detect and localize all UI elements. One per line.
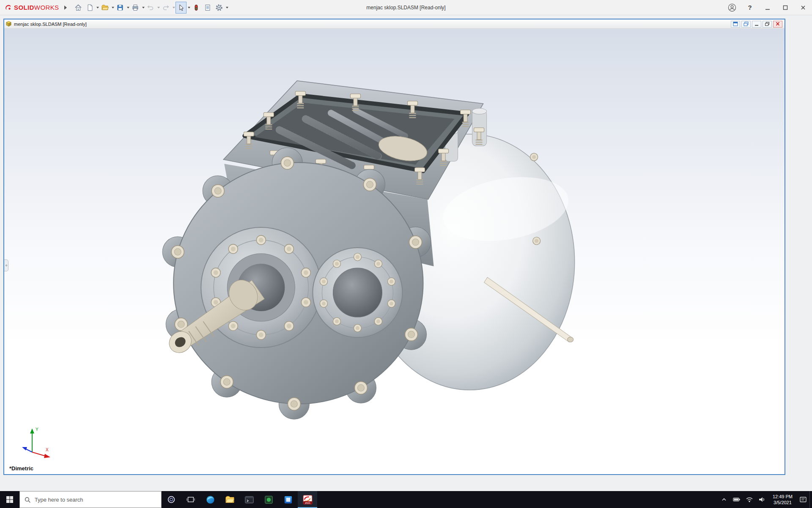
edge-button[interactable] xyxy=(200,491,220,508)
task-view-button[interactable] xyxy=(181,491,200,508)
rebuild-button[interactable] xyxy=(191,2,202,14)
triad-x-label: X xyxy=(46,447,49,452)
document-window: menjac sklop.SLDASM [Read-only] xyxy=(3,19,785,475)
options-caret-icon[interactable] xyxy=(226,7,228,8)
brand-light: WORKS xyxy=(34,4,59,11)
battery-button[interactable] xyxy=(730,491,743,508)
close-button[interactable] xyxy=(794,0,812,15)
app-green-button[interactable] xyxy=(259,491,278,508)
solidworks-version-badge: 2021 xyxy=(305,501,310,504)
orientation-triad[interactable]: Y X xyxy=(14,424,52,461)
file-properties-button[interactable] xyxy=(202,2,213,14)
file-explorer-button[interactable] xyxy=(220,491,239,508)
featuremanager-collapsed-tab[interactable] xyxy=(4,260,8,271)
notification-center-icon xyxy=(799,495,807,504)
maximize-button[interactable] xyxy=(776,0,794,15)
search-icon xyxy=(24,496,31,503)
menu-flyout-arrow-icon[interactable] xyxy=(64,6,67,10)
maximize-icon xyxy=(782,4,789,11)
titlebar-right-controls: ? xyxy=(723,0,812,15)
desktop: SOLIDWORKS xyxy=(0,0,812,508)
cortana-icon xyxy=(167,495,176,504)
tray-expand-button[interactable] xyxy=(718,491,730,508)
document-title: menjac sklop.SLDASM [Read-only] xyxy=(14,22,87,27)
select-cursor-icon xyxy=(177,4,185,11)
doc-close-button[interactable] xyxy=(773,21,782,28)
undo-caret-icon[interactable] xyxy=(157,7,160,8)
rebuild-traffic-light-icon xyxy=(192,4,200,11)
taskbar: 2021 xyxy=(0,491,812,508)
print-icon xyxy=(132,4,139,11)
app-blue-icon xyxy=(283,495,293,505)
close-icon xyxy=(799,4,807,11)
cascade-window-button[interactable] xyxy=(741,21,751,28)
edge-icon xyxy=(206,495,215,505)
file-properties-icon xyxy=(204,4,211,11)
solidworks-taskbar-icon: 2021 xyxy=(302,494,313,505)
new-document-caret-icon[interactable] xyxy=(96,7,99,8)
save-button[interactable] xyxy=(115,2,126,14)
help-button[interactable]: ? xyxy=(741,0,759,15)
document-titlebar[interactable]: menjac sklop.SLDASM [Read-only] xyxy=(4,19,785,29)
assembly-document-icon xyxy=(5,21,12,27)
select-button[interactable] xyxy=(176,2,187,14)
redo-caret-icon[interactable] xyxy=(173,7,175,8)
search-input[interactable] xyxy=(35,497,157,503)
windows-start-icon xyxy=(6,496,14,503)
user-account-icon xyxy=(728,3,736,12)
save-caret-icon[interactable] xyxy=(127,7,129,8)
undo-button[interactable] xyxy=(145,2,156,14)
network-wifi-icon xyxy=(745,495,754,504)
graphics-area[interactable]: Y X *Dimetric xyxy=(4,29,785,474)
standard-toolbar xyxy=(73,2,228,14)
open-folder-icon xyxy=(101,4,109,11)
terminal-icon xyxy=(244,495,254,505)
file-explorer-icon xyxy=(225,495,235,505)
volume-button[interactable] xyxy=(756,491,768,508)
print-button[interactable] xyxy=(130,2,141,14)
brand-text: SOLIDWORKS xyxy=(14,4,59,11)
network-button[interactable] xyxy=(743,491,756,508)
tile-window-button[interactable] xyxy=(731,21,740,28)
cortana-button[interactable] xyxy=(162,491,181,508)
document-window-controls xyxy=(731,21,783,28)
new-document-icon xyxy=(86,4,93,11)
terminal-button[interactable] xyxy=(239,491,259,508)
ds-logo-icon xyxy=(4,4,12,11)
volume-icon xyxy=(758,495,766,504)
clock-date: 3/5/2021 xyxy=(774,500,792,505)
print-caret-icon[interactable] xyxy=(142,7,145,8)
new-document-button[interactable] xyxy=(84,2,95,14)
gearbox-model[interactable] xyxy=(4,29,785,474)
doc-restore-icon xyxy=(765,22,770,26)
tray-expand-icon xyxy=(721,496,727,503)
tile-window-icon xyxy=(733,22,738,26)
select-caret-icon[interactable] xyxy=(188,7,190,8)
triad-y-label: Y xyxy=(36,427,38,432)
doc-restore-button[interactable] xyxy=(763,21,772,28)
app-green-icon xyxy=(264,495,274,505)
taskbar-clock[interactable]: 12:49 PM 3/5/2021 xyxy=(768,491,797,508)
taskbar-search[interactable] xyxy=(19,491,162,508)
show-desktop-button[interactable] xyxy=(809,491,812,508)
minimize-icon xyxy=(764,4,771,11)
notification-center-button[interactable] xyxy=(797,491,809,508)
minimize-button[interactable] xyxy=(759,0,776,15)
user-account-button[interactable] xyxy=(723,0,741,15)
open-button[interactable] xyxy=(99,2,110,14)
doc-minimize-button[interactable] xyxy=(752,21,761,28)
solidworks-taskbar-button[interactable]: 2021 xyxy=(298,491,317,508)
doc-close-icon xyxy=(775,22,780,26)
options-gear-icon xyxy=(215,4,223,11)
start-button[interactable] xyxy=(0,491,19,508)
home-button[interactable] xyxy=(73,2,84,14)
battery-icon xyxy=(732,495,741,504)
app-blue-button[interactable] xyxy=(278,491,298,508)
view-orientation-label: *Dimetric xyxy=(9,465,33,472)
task-view-icon xyxy=(186,495,195,504)
home-icon xyxy=(74,4,82,11)
options-button[interactable] xyxy=(214,2,225,14)
open-caret-icon[interactable] xyxy=(112,7,114,8)
app-titlebar: SOLIDWORKS xyxy=(0,0,812,15)
redo-button[interactable] xyxy=(160,2,171,14)
